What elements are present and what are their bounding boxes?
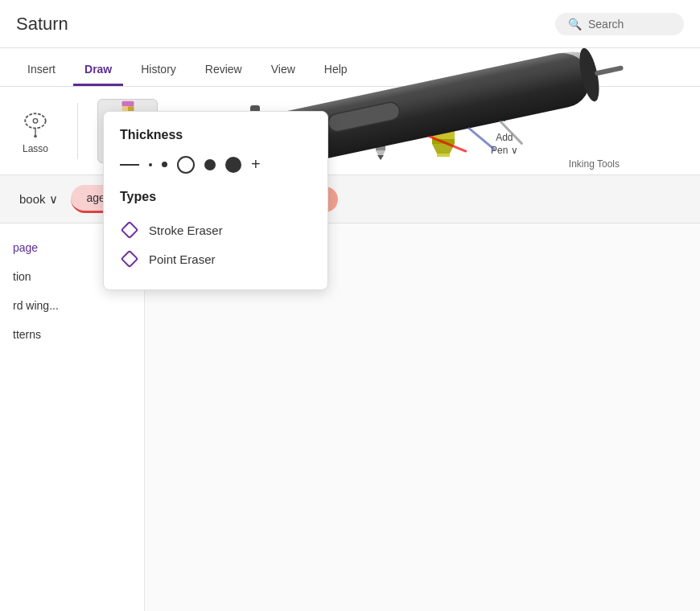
thickness-md[interactable]	[177, 156, 195, 174]
menu-insert[interactable]: Insert	[16, 55, 67, 86]
notebook-chevron: ∨	[49, 192, 58, 207]
point-eraser-option[interactable]: Point Eraser	[120, 244, 311, 273]
point-eraser-svg	[120, 249, 139, 269]
inking-tools-label: Inking Tools	[569, 158, 620, 170]
menu-review[interactable]: Review	[194, 55, 253, 86]
thickness-lg[interactable]	[204, 159, 216, 170]
app-title: Saturn	[16, 14, 68, 35]
sidebar-item-tterns[interactable]: tterns	[0, 320, 144, 349]
menu-help[interactable]: Help	[313, 55, 359, 86]
gray-pen-icon	[373, 104, 388, 160]
thickness-title: Thickness	[120, 128, 311, 142]
pen-item-5[interactable]	[352, 99, 409, 163]
toolbar-divider	[77, 103, 78, 159]
stroke-eraser-icon	[120, 220, 139, 240]
lasso-icon	[19, 108, 51, 140]
search-icon: 🔍	[568, 18, 582, 31]
highlighter-icon	[429, 104, 458, 160]
svg-rect-17	[376, 105, 385, 146]
svg-point-0	[25, 113, 45, 128]
svg-rect-21	[432, 107, 455, 141]
svg-point-3	[34, 134, 37, 137]
svg-rect-4	[121, 100, 134, 106]
stroke-eraser-option[interactable]: Stroke Eraser	[120, 215, 311, 244]
sidebar-item-wing[interactable]: rd wing...	[0, 291, 144, 320]
menu-history[interactable]: History	[130, 55, 187, 86]
search-box[interactable]: 🔍 Search	[555, 13, 684, 35]
lasso-tool[interactable]: Lasso	[13, 101, 58, 161]
notebook-selector[interactable]: book ∨	[13, 189, 64, 210]
thickness-xl[interactable]	[225, 157, 241, 173]
menu-view[interactable]: View	[260, 55, 307, 86]
stroke-eraser-label: Stroke Eraser	[149, 223, 223, 237]
svg-marker-20	[377, 155, 384, 160]
stroke-eraser-svg	[120, 220, 139, 240]
menu-draw[interactable]: Draw	[73, 55, 123, 86]
pen-item-highlighter[interactable]	[415, 99, 471, 163]
menu-bar: Insert Draw History Review View Help	[0, 48, 700, 87]
types-title: Types	[120, 190, 311, 204]
svg-rect-35	[121, 251, 138, 267]
title-bar: Saturn 🔍 Search	[0, 0, 700, 48]
add-pen-plus-icon: +	[492, 105, 517, 129]
search-label: Search	[588, 18, 624, 31]
svg-rect-18	[376, 146, 385, 150]
add-pen-button[interactable]: + AddPen ∨	[484, 98, 525, 163]
thickness-plus[interactable]: +	[251, 155, 261, 174]
thickness-sm[interactable]	[162, 162, 167, 167]
thickness-xs[interactable]	[149, 163, 152, 166]
svg-rect-34	[121, 222, 138, 238]
thickness-line[interactable]	[120, 164, 139, 166]
svg-rect-22	[432, 139, 455, 144]
notebook-label: book	[19, 192, 46, 206]
svg-rect-24	[437, 154, 450, 157]
thickness-popup: Thickness + Types Stroke Eraser Point Er…	[103, 111, 328, 290]
svg-marker-23	[432, 144, 455, 154]
point-eraser-icon	[120, 249, 139, 269]
thickness-options: +	[120, 155, 311, 174]
point-eraser-label: Point Eraser	[149, 252, 216, 266]
lasso-label: Lasso	[23, 143, 48, 154]
svg-point-1	[33, 118, 37, 122]
add-pen-label: AddPen ∨	[491, 132, 518, 157]
